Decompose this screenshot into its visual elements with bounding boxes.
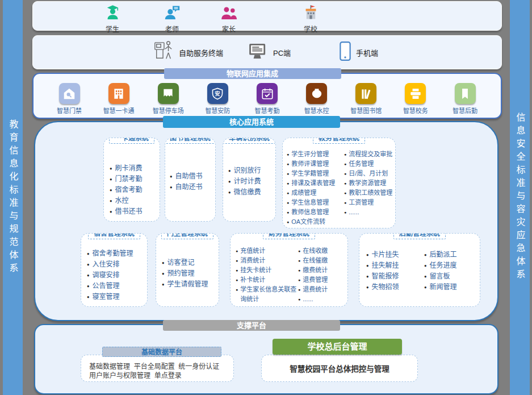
student-icon (104, 5, 121, 23)
bullet-icon: ● (87, 281, 90, 292)
system-box-title: 后勤管理系统 (393, 233, 446, 239)
library-icon (355, 83, 376, 104)
logistics-icon (455, 83, 476, 104)
list-item-label: 水控 (115, 196, 129, 206)
bullet-icon: ● (162, 268, 165, 279)
security-icon: 安 (207, 83, 228, 104)
bullet-icon: ● (424, 250, 427, 260)
list-item: ●访客登记 (162, 257, 219, 268)
core-systems-panel: 核心应用系统 一卡通系统 ●刷卡消费●门禁考勤●宿舍考勤●水控●借书还书 图书管… (34, 121, 499, 321)
bullet-icon: ● (366, 250, 369, 260)
list-item-label: 入住安排 (93, 259, 120, 270)
list-item-label: 访客登记 (167, 257, 195, 268)
list-item-label: 新闻管理 (430, 282, 457, 293)
list-item-label: 预约管理 (167, 268, 195, 279)
list-item-label: 识别放行 (234, 165, 261, 176)
list-item: ●任务管理 (344, 159, 394, 169)
parents-icon (221, 5, 237, 23)
bullet-icon: ● (344, 159, 346, 169)
list-item-label: 公告管理 (93, 281, 120, 292)
list-item-label: 流程提交及审批 (349, 149, 392, 159)
system-box-title: 教务管理系统 (313, 138, 365, 144)
bullet-icon: ● (287, 188, 289, 198)
bullet-icon: ● (87, 248, 90, 259)
school-affairs-icon (405, 83, 426, 104)
list-item-label: 日/周、月计划 (349, 169, 388, 178)
list-item: ●门禁考勤 (110, 174, 160, 185)
list-item: ●工资管理 (344, 198, 394, 207)
terminal-label: PC端 (273, 47, 291, 58)
list-item: ●自助借书 (170, 171, 215, 182)
bullet-icon: ● (298, 256, 300, 265)
user-role-parents: 家长 (211, 5, 247, 34)
iot-item-logistics: 智慧后勤 (441, 83, 489, 115)
iot-item-library: 智慧图书馆 (342, 83, 391, 115)
system-box-finance: 财务管理系统 ●充值统计●消费统计●挂失卡统计●补卡统计●学生家长信息关联查询统… (230, 233, 348, 307)
list-item-label: OA文件流转 (291, 217, 325, 227)
bullet-icon: ● (162, 279, 165, 290)
list-item: ●水控 (110, 196, 160, 206)
list-item: ●调寝安排 (87, 270, 147, 281)
system-box-dormitory: 宿舍管理系统 ●宿舍考勤管理●入住安排●调寝安排●公告管理●寝室管理 (81, 233, 148, 307)
iot-item-label: 智慧安防 (205, 106, 230, 115)
list-item-label: 门禁考勤 (115, 174, 143, 185)
left-sidebar-label: 教育信息化标准与规范体系 (6, 119, 20, 276)
iot-panel-header: 物联网应用集成 (164, 68, 341, 79)
bullet-icon: ● (287, 207, 289, 217)
base-platform-line: 用户账户与权限管理 单点登录 (89, 371, 233, 380)
list-item: ●宿舍考勤管理 (87, 248, 147, 259)
list-item: ●教师信息管理 (287, 207, 344, 217)
user-roles-panel: 学生 老师 (32, 1, 502, 31)
list-item-label: 挂失解挂 (372, 260, 399, 271)
base-platform-line: 基础数据管理 平台全局配置 统一身份认证 (89, 362, 233, 371)
list-item-label: 挂失卡统计 (240, 265, 271, 275)
system-box-title: 一卡通系统 (109, 138, 154, 144)
list-item-label: 消费统计 (240, 256, 265, 265)
list-item: ●留言板 (424, 271, 479, 282)
system-box-items: ●卡片挂失●挂失解挂●智能报修●失物招领 (366, 250, 424, 293)
system-box-title: 车辆识别系统 (223, 138, 275, 144)
list-item-label: 留言板 (430, 271, 450, 282)
bullet-icon: ● (424, 271, 427, 282)
bullet-icon: ● (287, 169, 289, 178)
system-box-onecard: 一卡通系统 ●刷卡消费●门禁考勤●宿舍考勤●水控●借书还书 (103, 138, 160, 222)
iot-items-row: 智慧门禁 智慧一卡通 智慧停车场 (33, 83, 501, 115)
core-panel-header: 核心应用系统 (163, 116, 340, 128)
list-item-label: 宿舍考勤管理 (93, 248, 133, 259)
list-item-label: 计时计费 (234, 176, 261, 187)
user-role-school: 学校 (292, 5, 329, 34)
bullet-icon: ● (228, 165, 231, 176)
system-box-logistics: 后勤管理系统 ●卡片挂失●挂失解挂●智能报修●失物招领 ●后勤派工●任务进度●留… (359, 233, 480, 307)
list-item-label: 借书还书 (115, 206, 143, 217)
system-box-items: ●识别放行●计时计费●微信缴费 (223, 138, 275, 198)
iot-item-label: 智慧校务 (403, 106, 428, 115)
list-item: ●学生请假管理 (162, 279, 219, 290)
list-item-label: 任务管理 (349, 159, 374, 169)
terminal-pc: PC端 (249, 36, 291, 69)
bullet-icon: ● (228, 176, 231, 187)
bullet-icon: ● (287, 198, 289, 207)
list-item: ●排课及课表管理 (287, 178, 344, 188)
iot-item-door-access: 智慧门禁 (45, 83, 94, 115)
list-item-label: 教师信息管理 (291, 207, 329, 217)
desktop-icon (249, 43, 268, 61)
bullet-icon: ● (298, 285, 300, 294)
list-item-label: 宿舍考勤 (115, 185, 143, 196)
system-box-items: ●流程提交及审批●任务管理●日/周、月计划●教学资源管理●教职工绩效管理●工资管… (344, 149, 394, 227)
bullet-icon: ● (170, 182, 173, 193)
bullet-icon: ● (298, 246, 300, 256)
iot-item-label: 智慧停车场 (153, 106, 184, 115)
list-item: ●缴费统计 (298, 265, 346, 275)
list-item: ●公告管理 (87, 281, 147, 292)
list-item-label: ...... (303, 294, 313, 304)
list-item: ●流程提交及审批 (344, 149, 394, 159)
list-item: ●微信缴费 (228, 187, 275, 198)
bullet-icon: ● (287, 178, 289, 188)
bullet-icon: ● (87, 292, 90, 302)
bullet-icon: ● (87, 259, 90, 270)
list-item-label: 排课及课表管理 (291, 178, 335, 188)
list-item: ●消费统计 (236, 256, 298, 265)
iot-item-security: 安 智慧安防 (193, 83, 242, 115)
list-item: ●任务进度 (424, 260, 479, 271)
list-item: ●补卡统计 (236, 275, 298, 285)
